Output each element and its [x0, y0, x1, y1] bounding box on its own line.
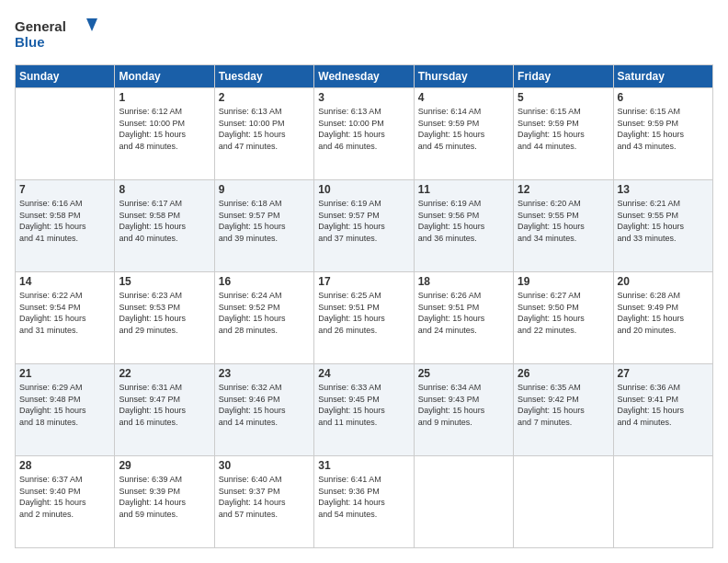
- calendar-cell: [414, 456, 513, 548]
- calendar-cell: 2Sunrise: 6:13 AM Sunset: 10:00 PM Dayli…: [214, 88, 313, 180]
- day-number: 1: [119, 91, 210, 104]
- svg-text:Blue: Blue: [15, 34, 45, 50]
- day-number: 13: [618, 183, 709, 196]
- calendar-cell: 5Sunrise: 6:15 AM Sunset: 9:59 PM Daylig…: [514, 88, 613, 180]
- day-info: Sunrise: 6:24 AM Sunset: 9:52 PM Dayligh…: [219, 290, 310, 336]
- calendar-cell: 25Sunrise: 6:34 AM Sunset: 9:43 PM Dayli…: [414, 364, 513, 456]
- weekday-sunday: Sunday: [16, 65, 115, 88]
- calendar-cell: 23Sunrise: 6:32 AM Sunset: 9:46 PM Dayli…: [214, 364, 313, 456]
- day-number: 21: [19, 367, 110, 380]
- day-number: 18: [418, 275, 509, 288]
- calendar-cell: 16Sunrise: 6:24 AM Sunset: 9:52 PM Dayli…: [214, 272, 313, 364]
- day-number: 2: [219, 91, 310, 104]
- calendar-cell: 10Sunrise: 6:19 AM Sunset: 9:57 PM Dayli…: [314, 180, 414, 272]
- week-row-3: 14Sunrise: 6:22 AM Sunset: 9:54 PM Dayli…: [16, 272, 713, 364]
- day-info: Sunrise: 6:22 AM Sunset: 9:54 PM Dayligh…: [19, 290, 110, 336]
- day-info: Sunrise: 6:18 AM Sunset: 9:57 PM Dayligh…: [219, 198, 310, 244]
- calendar-cell: [16, 88, 115, 180]
- day-info: Sunrise: 6:31 AM Sunset: 9:47 PM Dayligh…: [119, 382, 210, 428]
- calendar-cell: 28Sunrise: 6:37 AM Sunset: 9:40 PM Dayli…: [16, 456, 115, 548]
- day-info: Sunrise: 6:23 AM Sunset: 9:53 PM Dayligh…: [119, 290, 210, 336]
- day-info: Sunrise: 6:32 AM Sunset: 9:46 PM Dayligh…: [219, 382, 310, 428]
- day-number: 20: [618, 275, 709, 288]
- day-number: 28: [19, 459, 110, 472]
- day-info: Sunrise: 6:12 AM Sunset: 10:00 PM Daylig…: [119, 106, 210, 152]
- day-number: 7: [19, 183, 110, 196]
- calendar-cell: 8Sunrise: 6:17 AM Sunset: 9:58 PM Daylig…: [115, 180, 214, 272]
- day-info: Sunrise: 6:37 AM Sunset: 9:40 PM Dayligh…: [19, 474, 110, 520]
- calendar-cell: 27Sunrise: 6:36 AM Sunset: 9:41 PM Dayli…: [613, 364, 712, 456]
- day-info: Sunrise: 6:19 AM Sunset: 9:56 PM Dayligh…: [418, 198, 509, 244]
- calendar-cell: 3Sunrise: 6:13 AM Sunset: 10:00 PM Dayli…: [314, 88, 414, 180]
- weekday-header-row: SundayMondayTuesdayWednesdayThursdayFrid…: [16, 65, 713, 88]
- calendar-cell: [514, 456, 613, 548]
- day-info: Sunrise: 6:40 AM Sunset: 9:37 PM Dayligh…: [219, 474, 310, 520]
- day-number: 25: [418, 367, 509, 380]
- calendar-cell: [613, 456, 712, 548]
- calendar-cell: 24Sunrise: 6:33 AM Sunset: 9:45 PM Dayli…: [314, 364, 414, 456]
- day-info: Sunrise: 6:27 AM Sunset: 9:50 PM Dayligh…: [518, 290, 609, 336]
- day-info: Sunrise: 6:19 AM Sunset: 9:57 PM Dayligh…: [318, 198, 409, 244]
- calendar-cell: 17Sunrise: 6:25 AM Sunset: 9:51 PM Dayli…: [314, 272, 414, 364]
- day-number: 4: [418, 91, 509, 104]
- day-number: 15: [119, 275, 210, 288]
- calendar-cell: 29Sunrise: 6:39 AM Sunset: 9:39 PM Dayli…: [115, 456, 214, 548]
- svg-marker-2: [86, 18, 97, 31]
- generalblue-logo: General Blue: [15, 15, 97, 55]
- day-info: Sunrise: 6:29 AM Sunset: 9:48 PM Dayligh…: [19, 382, 110, 428]
- day-info: Sunrise: 6:17 AM Sunset: 9:58 PM Dayligh…: [119, 198, 210, 244]
- day-info: Sunrise: 6:14 AM Sunset: 9:59 PM Dayligh…: [418, 106, 509, 152]
- day-info: Sunrise: 6:20 AM Sunset: 9:55 PM Dayligh…: [518, 198, 609, 244]
- day-info: Sunrise: 6:25 AM Sunset: 9:51 PM Dayligh…: [318, 290, 409, 336]
- day-number: 31: [318, 459, 409, 472]
- day-number: 11: [418, 183, 509, 196]
- calendar-cell: 21Sunrise: 6:29 AM Sunset: 9:48 PM Dayli…: [16, 364, 115, 456]
- day-number: 3: [318, 91, 409, 104]
- day-info: Sunrise: 6:13 AM Sunset: 10:00 PM Daylig…: [219, 106, 310, 152]
- calendar-header: General Blue: [15, 15, 713, 55]
- calendar-cell: 4Sunrise: 6:14 AM Sunset: 9:59 PM Daylig…: [414, 88, 513, 180]
- weekday-monday: Monday: [115, 65, 214, 88]
- day-info: Sunrise: 6:33 AM Sunset: 9:45 PM Dayligh…: [318, 382, 409, 428]
- day-info: Sunrise: 6:39 AM Sunset: 9:39 PM Dayligh…: [119, 474, 210, 520]
- calendar-cell: 31Sunrise: 6:41 AM Sunset: 9:36 PM Dayli…: [314, 456, 414, 548]
- day-info: Sunrise: 6:41 AM Sunset: 9:36 PM Dayligh…: [318, 474, 409, 520]
- day-number: 6: [618, 91, 709, 104]
- calendar-cell: 15Sunrise: 6:23 AM Sunset: 9:53 PM Dayli…: [115, 272, 214, 364]
- calendar-cell: 20Sunrise: 6:28 AM Sunset: 9:49 PM Dayli…: [613, 272, 712, 364]
- day-info: Sunrise: 6:15 AM Sunset: 9:59 PM Dayligh…: [618, 106, 709, 152]
- calendar-cell: 18Sunrise: 6:26 AM Sunset: 9:51 PM Dayli…: [414, 272, 513, 364]
- day-number: 10: [318, 183, 409, 196]
- day-info: Sunrise: 6:21 AM Sunset: 9:55 PM Dayligh…: [618, 198, 709, 244]
- calendar-cell: 7Sunrise: 6:16 AM Sunset: 9:58 PM Daylig…: [16, 180, 115, 272]
- day-number: 27: [618, 367, 709, 380]
- calendar-table: SundayMondayTuesdayWednesdayThursdayFrid…: [15, 64, 713, 548]
- week-row-2: 7Sunrise: 6:16 AM Sunset: 9:58 PM Daylig…: [16, 180, 713, 272]
- day-info: Sunrise: 6:36 AM Sunset: 9:41 PM Dayligh…: [618, 382, 709, 428]
- calendar-cell: 13Sunrise: 6:21 AM Sunset: 9:55 PM Dayli…: [613, 180, 712, 272]
- day-info: Sunrise: 6:15 AM Sunset: 9:59 PM Dayligh…: [518, 106, 609, 152]
- day-number: 30: [219, 459, 310, 472]
- day-number: 8: [119, 183, 210, 196]
- calendar-cell: 14Sunrise: 6:22 AM Sunset: 9:54 PM Dayli…: [16, 272, 115, 364]
- week-row-4: 21Sunrise: 6:29 AM Sunset: 9:48 PM Dayli…: [16, 364, 713, 456]
- day-number: 22: [119, 367, 210, 380]
- calendar-cell: 19Sunrise: 6:27 AM Sunset: 9:50 PM Dayli…: [514, 272, 613, 364]
- weekday-thursday: Thursday: [414, 65, 513, 88]
- weekday-wednesday: Wednesday: [314, 65, 414, 88]
- day-number: 23: [219, 367, 310, 380]
- calendar-cell: 6Sunrise: 6:15 AM Sunset: 9:59 PM Daylig…: [613, 88, 712, 180]
- day-info: Sunrise: 6:26 AM Sunset: 9:51 PM Dayligh…: [418, 290, 509, 336]
- calendar-cell: 30Sunrise: 6:40 AM Sunset: 9:37 PM Dayli…: [214, 456, 313, 548]
- calendar-cell: 26Sunrise: 6:35 AM Sunset: 9:42 PM Dayli…: [514, 364, 613, 456]
- calendar-cell: 12Sunrise: 6:20 AM Sunset: 9:55 PM Dayli…: [514, 180, 613, 272]
- day-number: 16: [219, 275, 310, 288]
- day-info: Sunrise: 6:28 AM Sunset: 9:49 PM Dayligh…: [618, 290, 709, 336]
- day-number: 17: [318, 275, 409, 288]
- week-row-5: 28Sunrise: 6:37 AM Sunset: 9:40 PM Dayli…: [16, 456, 713, 548]
- day-number: 9: [219, 183, 310, 196]
- day-number: 12: [518, 183, 609, 196]
- day-number: 29: [119, 459, 210, 472]
- calendar-cell: 22Sunrise: 6:31 AM Sunset: 9:47 PM Dayli…: [115, 364, 214, 456]
- day-number: 19: [518, 275, 609, 288]
